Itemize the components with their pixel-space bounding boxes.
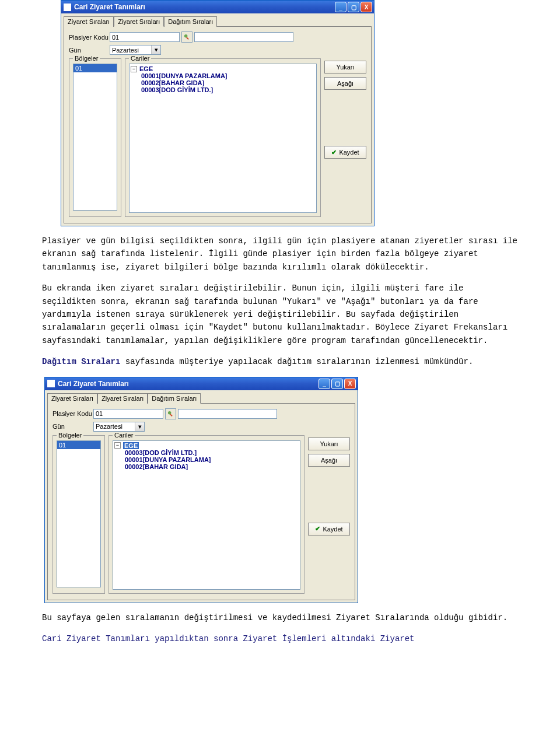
close-button[interactable]: X — [360, 2, 372, 12]
gun-value: Pazartesi — [110, 47, 151, 54]
tab-ziyaret-siralari-2[interactable]: Ziyaret Sıraları — [97, 393, 148, 404]
bolgeler-list[interactable]: 01 — [57, 440, 101, 587]
tab-ziyaret-siralari-2[interactable]: Ziyaret Sıraları — [114, 16, 164, 27]
doc-highlight: Dağıtım Sıraları — [42, 357, 120, 366]
plasiyer-input[interactable] — [93, 409, 163, 419]
gun-label: Gün — [52, 423, 93, 430]
tabs-row: Ziyaret Sıraları Ziyaret Sıraları Dağıtı… — [45, 390, 358, 403]
save-label: Kaydet — [339, 149, 359, 156]
bolgeler-legend: Bölgeler — [57, 432, 83, 439]
chevron-down-icon: ▾ — [135, 422, 144, 431]
list-item[interactable]: 01 — [57, 441, 100, 449]
svg-rect-3 — [170, 414, 173, 416]
plasiyer-lookup-icon[interactable] — [181, 32, 192, 43]
tabs-row: Ziyaret Sıraları Ziyaret Sıraları Dağıtı… — [61, 13, 374, 26]
app-icon — [64, 4, 71, 11]
gun-label: Gün — [69, 47, 110, 54]
tab-ziyaret-siralari-1[interactable]: Ziyaret Sıraları — [64, 16, 114, 27]
cariler-tree[interactable]: − EGE 00001[DUNYA PAZARLAMA] 00002[BAHAR… — [129, 64, 317, 213]
tree-root-label: EGE — [123, 442, 139, 449]
tree-root[interactable]: − EGE — [114, 442, 299, 449]
maximize-button[interactable]: ▢ — [348, 2, 359, 12]
down-button[interactable]: Aşağı — [308, 454, 350, 467]
chevron-down-icon: ▾ — [151, 46, 160, 54]
tab-dagitim-siralari[interactable]: Dağıtım Sıraları — [164, 16, 217, 27]
check-icon: ✔ — [315, 525, 320, 533]
cariler-group: Cariler − EGE 00001[DUNYA PAZARLAMA] 000… — [125, 58, 321, 217]
bolgeler-list[interactable]: 01 — [73, 64, 117, 211]
doc-paragraph: Cari Ziyaret Tanımları yapıldıktan sonra… — [42, 632, 518, 645]
tab-body: Plasiyer Kodu Gün Pazartesi ▾ — [47, 403, 355, 600]
plasiyer-name-input[interactable] — [194, 32, 293, 42]
svg-rect-1 — [186, 37, 189, 40]
doc-paragraph: Plasiyer ve gün bilgisi seçildikten sonr… — [42, 235, 518, 274]
tree-item[interactable]: 00001[DUNYA PAZARLAMA] — [114, 456, 299, 463]
tree-item[interactable]: 00003[DOD GİYİM LTD.] — [114, 449, 299, 456]
tree-item[interactable]: 00003[DOD GİYİM LTD.] — [131, 86, 315, 93]
save-button[interactable]: ✔ Kaydet — [324, 146, 366, 159]
minimize-button[interactable]: _ — [335, 2, 346, 12]
app-icon — [47, 380, 55, 387]
save-button[interactable]: ✔ Kaydet — [308, 523, 350, 536]
window-titlebar[interactable]: Cari Ziyaret Tanımları _ ▢ X — [45, 377, 358, 390]
tree-collapse-icon[interactable]: − — [131, 66, 137, 72]
down-button[interactable]: Aşağı — [324, 77, 366, 90]
plasiyer-label: Plasiyer Kodu — [52, 410, 93, 417]
cariler-group: Cariler − EGE 00003[DOD GİYİM LTD.] 0000… — [108, 435, 304, 594]
cariler-legend: Cariler — [113, 432, 135, 439]
tab-ziyaret-siralari-1[interactable]: Ziyaret Sıraları — [47, 393, 97, 404]
window-titlebar[interactable]: Cari Ziyaret Tanımları _ ▢ X — [61, 1, 374, 13]
plasiyer-name-input[interactable] — [178, 409, 277, 419]
doc-paragraph: Bu sayfaya gelen sıralamanın değiştirilm… — [42, 611, 518, 624]
tree-item[interactable]: 00002[BAHAR GIDA] — [131, 79, 315, 86]
tree-collapse-icon[interactable]: − — [114, 442, 121, 449]
save-label: Kaydet — [323, 526, 342, 533]
gun-select[interactable]: Pazartesi ▾ — [110, 45, 161, 55]
window-title: Cari Ziyaret Tanımları — [74, 3, 335, 11]
up-button[interactable]: Yukarı — [308, 438, 350, 450]
plasiyer-lookup-icon[interactable] — [165, 408, 176, 419]
doc-paragraph: Bu ekranda iken ziyaret sıraları değişti… — [42, 282, 518, 347]
tree-item[interactable]: 00002[BAHAR GIDA] — [114, 463, 299, 470]
plasiyer-label: Plasiyer Kodu — [69, 34, 110, 41]
cariler-legend: Cariler — [129, 55, 151, 62]
window-title: Cari Ziyaret Tanımları — [58, 380, 318, 388]
window-dagitim-siralari: Cari Ziyaret Tanımları _ ▢ X Ziyaret Sır… — [44, 377, 358, 603]
minimize-button[interactable]: _ — [318, 379, 330, 389]
maximize-button[interactable]: ▢ — [331, 379, 343, 389]
bolgeler-legend: Bölgeler — [73, 55, 100, 62]
tree-root-label: EGE — [139, 65, 153, 72]
tree-item[interactable]: 00001[DUNYA PAZARLAMA] — [131, 72, 315, 79]
plasiyer-input[interactable] — [110, 32, 180, 42]
tab-dagitim-siralari[interactable]: Dağıtım Sıraları — [148, 393, 201, 404]
cariler-tree[interactable]: − EGE 00003[DOD GİYİM LTD.] 00001[DUNYA … — [113, 440, 300, 590]
up-button[interactable]: Yukarı — [324, 61, 366, 74]
tree-root[interactable]: − EGE — [131, 65, 315, 72]
bolgeler-group: Bölgeler 01 — [52, 435, 105, 594]
list-item[interactable]: 01 — [74, 64, 117, 72]
check-icon: ✔ — [331, 149, 337, 156]
close-button[interactable]: X — [344, 379, 356, 389]
gun-select[interactable]: Pazartesi ▾ — [93, 422, 145, 432]
tab-body: Plasiyer Kodu Gün Pazartesi ▾ — [64, 26, 372, 223]
window-ziyaret-siralari: Cari Ziyaret Tanımları _ ▢ X Ziyaret Sır… — [61, 0, 374, 226]
gun-value: Pazartesi — [94, 423, 135, 430]
bolgeler-group: Bölgeler 01 — [69, 58, 121, 217]
doc-paragraph: Dağıtım Sıraları sayfasında müşteriye ya… — [42, 355, 518, 368]
